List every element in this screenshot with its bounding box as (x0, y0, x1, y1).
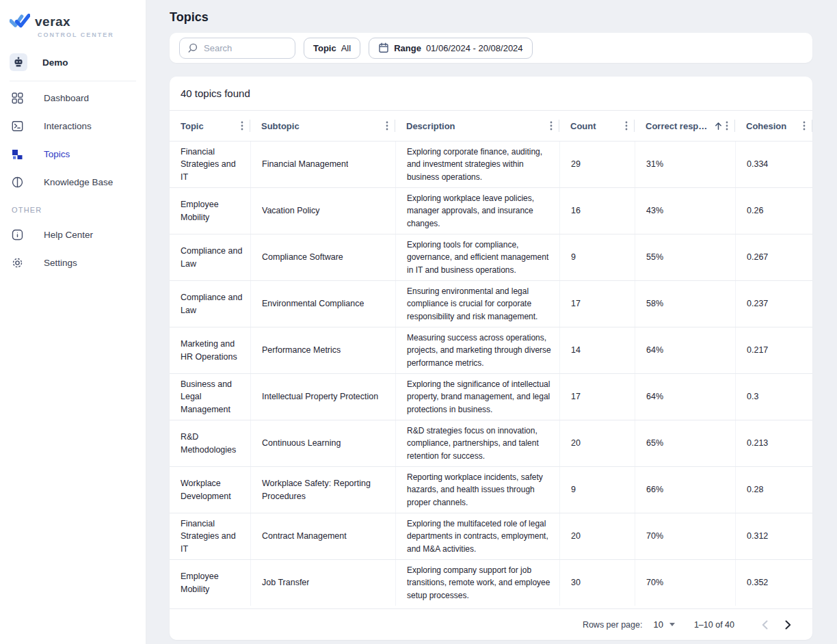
cell-description: Exploring the significance of intellectu… (395, 374, 559, 420)
column-menu-icon[interactable] (724, 120, 730, 132)
cell-subtopic: Job Transfer (250, 560, 395, 606)
brand-logo: verax CONTROL CENTER (0, 0, 146, 38)
verax-check-icon (10, 14, 30, 29)
table-row[interactable]: Business and Legal Management Intellectu… (170, 373, 812, 420)
column-menu-icon[interactable] (624, 120, 629, 132)
cell-subtopic: Workplace Safety: Reporting Procedures (250, 467, 395, 513)
column-header-correct-responses[interactable]: Correct responses (635, 111, 735, 141)
column-header-count[interactable]: Count (559, 111, 635, 141)
table-row[interactable]: Marketing and HR Operations Performance … (170, 327, 812, 373)
cell-count: 20 (559, 420, 635, 466)
column-label: Correct responses (646, 121, 710, 131)
rows-per-page-label: Rows per page: (583, 620, 643, 630)
workspace-name: Demo (42, 57, 68, 68)
cell-count: 9 (559, 234, 635, 280)
column-header-subtopic[interactable]: Subtopic (250, 111, 395, 141)
range-filter-value: 01/06/2024 - 20/08/2024 (426, 43, 523, 53)
table-row[interactable]: R&D Methodologies Continuous Learning R&… (170, 420, 812, 466)
cell-correct-responses: 70% (635, 513, 735, 559)
cell-subtopic: Compliance Software (250, 234, 395, 280)
next-page-button[interactable] (778, 615, 797, 634)
range-filter-button[interactable]: Range 01/06/2024 - 20/08/2024 (369, 38, 532, 59)
table-row[interactable]: Workplace Development Workplace Safety: … (170, 466, 812, 513)
column-menu-icon[interactable] (239, 120, 245, 132)
workspace-switcher[interactable]: Demo (10, 53, 146, 81)
column-header-description[interactable]: Description (395, 111, 559, 141)
table-row[interactable]: Financial Strategies and IT Financial Ma… (170, 141, 812, 187)
column-label: Topic (181, 121, 204, 131)
cell-count: 14 (559, 327, 635, 373)
cell-description: Exploring corporate finance, auditing, a… (395, 142, 559, 187)
topics-table-card: 40 topics found Topic Subtopic Descripti… (170, 77, 812, 640)
cell-subtopic: Contract Management (250, 513, 395, 559)
sidebar-nav: Dashboard Interactions Topics (0, 84, 146, 277)
cell-subtopic: Continuous Learning (250, 420, 395, 466)
sidebar-item-knowledge-base[interactable]: Knowledge Base (0, 168, 146, 196)
cell-description: Exploring workplace leave policies, mana… (395, 188, 559, 234)
cell-correct-responses: 58% (635, 281, 735, 327)
main-content: Topics Topic All Range (146, 0, 837, 644)
cell-topic: Workplace Development (170, 467, 250, 513)
search-input[interactable] (204, 43, 286, 53)
column-header-cohesion[interactable]: Cohesion (735, 111, 812, 141)
search-box (179, 38, 295, 59)
column-label: Description (406, 121, 455, 131)
cell-subtopic: Intellectual Property Protection (250, 374, 395, 420)
cell-description: Exploring the multifaceted role of legal… (395, 513, 559, 559)
search-icon (187, 43, 198, 53)
settings-icon (12, 257, 23, 269)
rows-per-page-select[interactable]: 10 (653, 619, 674, 630)
cell-topic: Compliance and Law (170, 281, 250, 327)
table-row[interactable]: Employee Mobility Job Transfer Exploring… (170, 559, 812, 606)
topic-filter-button[interactable]: Topic All (304, 38, 360, 59)
table-row[interactable]: Compliance and Law Environmental Complia… (170, 280, 812, 327)
sidebar-item-label: Settings (44, 258, 77, 268)
brand-tagline: CONTROL CENTER (38, 31, 146, 38)
column-menu-icon[interactable] (548, 120, 554, 132)
sidebar-item-settings[interactable]: Settings (0, 249, 146, 277)
cell-subtopic: Vacation Policy (250, 188, 395, 234)
sidebar-item-label: Interactions (44, 121, 92, 131)
cell-topic: Financial Strategies and IT (170, 513, 250, 559)
cell-topic: Financial Strategies and IT (170, 142, 250, 187)
sidebar-item-help-center[interactable]: Help Center (0, 221, 146, 249)
cell-count: 17 (559, 374, 635, 420)
previous-page-button[interactable] (755, 615, 774, 634)
column-menu-icon[interactable] (384, 120, 390, 132)
cell-topic: Compliance and Law (170, 234, 250, 280)
cell-correct-responses: 31% (635, 142, 735, 187)
cell-cohesion: 0.213 (735, 420, 812, 466)
column-menu-icon[interactable] (801, 120, 807, 132)
cell-correct-responses: 66% (635, 467, 735, 513)
cell-description: Measuring success across operations, pro… (395, 327, 559, 373)
table-row[interactable]: Compliance and Law Compliance Software E… (170, 234, 812, 280)
caret-down-icon (669, 623, 675, 626)
sidebar-item-interactions[interactable]: Interactions (0, 112, 146, 140)
sidebar-item-dashboard[interactable]: Dashboard (0, 84, 146, 112)
topic-filter-value: All (341, 43, 351, 53)
cell-cohesion: 0.334 (735, 142, 812, 187)
brand-name: verax (35, 14, 70, 29)
sidebar-item-label: Knowledge Base (44, 177, 113, 187)
cell-topic: Employee Mobility (170, 188, 250, 234)
cell-cohesion: 0.217 (735, 327, 812, 373)
help-icon (12, 229, 23, 241)
cell-correct-responses: 55% (635, 234, 735, 280)
robot-avatar-icon (10, 53, 27, 71)
cell-correct-responses: 70% (635, 560, 735, 606)
table-row[interactable]: Financial Strategies and IT Contract Man… (170, 513, 812, 559)
table-row[interactable]: Employee Mobility Vacation Policy Explor… (170, 187, 812, 234)
calendar-icon (378, 42, 389, 53)
dashboard-icon (12, 92, 23, 104)
column-label: Subtopic (261, 121, 300, 131)
column-label: Cohesion (746, 121, 786, 131)
cell-count: 17 (559, 281, 635, 327)
column-header-topic[interactable]: Topic (170, 111, 250, 141)
sidebar: verax CONTROL CENTER Demo (0, 0, 146, 644)
cell-cohesion: 0.352 (735, 560, 812, 606)
knowledge-base-icon (12, 176, 23, 188)
pagination-bar: Rows per page: 10 1–10 of 40 (170, 608, 812, 640)
table-body: Financial Strategies and IT Financial Ma… (170, 141, 812, 608)
cell-topic: R&D Methodologies (170, 420, 250, 466)
sidebar-item-topics[interactable]: Topics (0, 140, 146, 168)
